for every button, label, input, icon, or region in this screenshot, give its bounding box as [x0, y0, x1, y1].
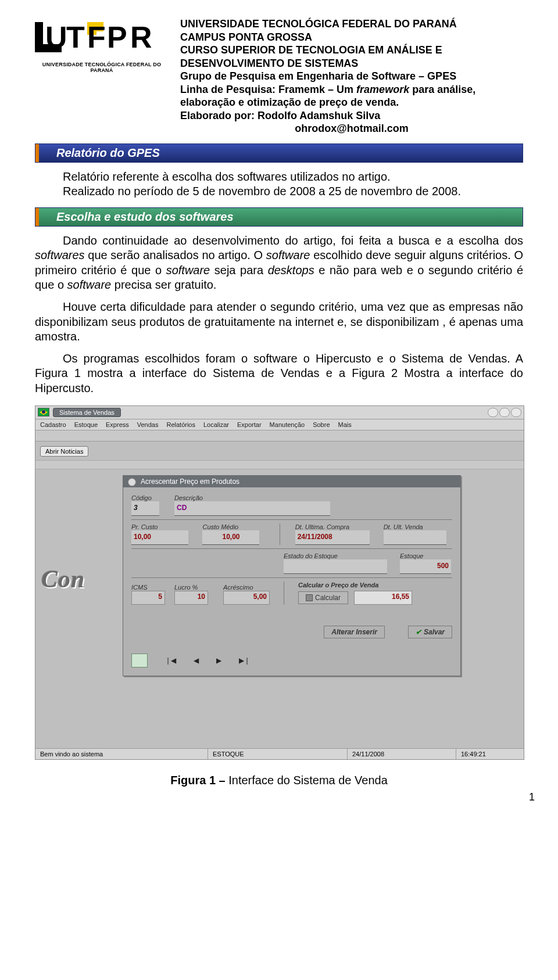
- header-email: ohrodox@hotmail.com: [180, 122, 523, 135]
- label-icms: ICMS: [131, 584, 166, 591]
- page-number: 1: [529, 791, 535, 803]
- client-area: Con Acrescentar Preço em Produtos Código…: [35, 469, 524, 748]
- menu-sobre[interactable]: Sobre: [313, 421, 330, 428]
- band-accent-2: [35, 208, 39, 226]
- p2h: desktops: [268, 264, 314, 277]
- label-descricao: Descrição: [174, 494, 452, 501]
- alterar-inserir-button[interactable]: Alterar Inserir: [324, 626, 385, 638]
- p2d: software: [266, 249, 310, 261]
- paragraph-criteria: Dando continuidade ao desenvolvimento do…: [35, 234, 523, 293]
- logo-caption: UNIVERSIDADE TECNOLÓGICA FEDERAL DO PARA…: [35, 62, 169, 73]
- salvar-button[interactable]: ✔Salvar: [408, 626, 452, 638]
- toolbar-strip: [35, 430, 524, 441]
- field-custo-medio: 10,00: [202, 530, 259, 545]
- paragraph-programs: Os programas escolhidos foram o software…: [35, 351, 523, 396]
- abrir-noticias-button[interactable]: Abrir Noticias: [40, 446, 88, 457]
- menu-manutencao[interactable]: Manutenção: [270, 421, 305, 428]
- svg-text:R: R: [130, 20, 152, 54]
- nav-prev-button[interactable]: ◀: [194, 656, 199, 665]
- field-acrescimo[interactable]: 5,00: [223, 591, 270, 605]
- utfpr-logo-icon: U T F P R: [35, 17, 169, 58]
- brazil-flag-icon: [38, 408, 49, 417]
- field-estoque: 500: [400, 559, 451, 574]
- intro-line-2: Realizado no período de 5 de novembro de…: [35, 184, 523, 199]
- label-dt-ult-venda: Dt. Ult. Venda: [384, 523, 452, 530]
- sistema-vendas-window: Sistema de Vendas Cadastro Estoque Expre…: [35, 405, 524, 760]
- menu-estoque[interactable]: Estoque: [74, 421, 98, 428]
- svg-text:F: F: [87, 20, 106, 54]
- label-acrescimo: Acréscimo: [223, 584, 276, 591]
- field-preco-venda: 16,55: [354, 591, 412, 605]
- band-escolha-label: Escolha e estudo dos softwares: [56, 210, 234, 223]
- status-date: 24/11/2008: [348, 749, 456, 759]
- field-descricao[interactable]: CD: [174, 501, 330, 516]
- nav-card-icon: [131, 654, 148, 667]
- menu-exportar[interactable]: Exportar: [237, 421, 262, 428]
- label-lucro: Lucro %: [174, 584, 215, 591]
- band-relatorio: Relatório do GPES: [35, 143, 523, 163]
- label-dt-ult-compra: Dt. Ultima. Compra: [295, 523, 375, 530]
- menu-vendas[interactable]: Vendas: [137, 421, 159, 428]
- intro-line-2-text: Realizado no período de 5 de novembro de…: [35, 184, 461, 199]
- field-dt-ult-venda: [384, 530, 446, 545]
- band-accent: [35, 144, 39, 162]
- calcular-button[interactable]: Calcular: [298, 591, 348, 604]
- band-relatorio-label: Relatório do GPES: [56, 146, 160, 159]
- label-custo-medio: Custo Médio: [202, 523, 271, 530]
- p2f: software: [166, 264, 210, 277]
- p2b: softwares: [35, 249, 85, 261]
- header-text-block: UNIVERSIDADE TECNOLÓGICA FEDERAL DO PARA…: [180, 17, 523, 135]
- menu-cadastro[interactable]: Cadastro: [40, 421, 66, 428]
- minimize-button[interactable]: [488, 408, 498, 417]
- nav-last-button[interactable]: ▶❘: [239, 656, 250, 665]
- salvar-label: Salvar: [424, 628, 445, 636]
- label-estado-estoque: Estado do Estoque: [284, 552, 388, 559]
- figure-caption: Figura 1 – Interface do Sistema de Venda: [35, 774, 523, 787]
- nav-first-button[interactable]: ❘◀: [165, 656, 176, 665]
- window-title: Sistema de Vendas: [53, 408, 121, 417]
- paragraph-difficulty: Houve certa dificuldade para atender o s…: [35, 300, 523, 344]
- label-estoque: Estoque: [400, 552, 452, 559]
- svg-text:P: P: [107, 20, 127, 54]
- status-module: ESTOQUE: [208, 749, 348, 759]
- dialog-icon: [128, 478, 136, 486]
- record-navigator: ❘◀ ◀ ▶ ▶❘: [131, 654, 452, 667]
- intro-line-1: Relatório referente à escolha dos softwa…: [35, 170, 523, 185]
- status-welcome: Bem vindo ao sistema: [35, 749, 208, 759]
- dialog-title-text: Acrescentar Preço em Produtos: [141, 478, 239, 486]
- menubar: Cadastro Estoque Express Vendas Relatóri…: [35, 419, 524, 430]
- header-line-6: Elaborado por: Rodolfo Adamshuk Silva: [180, 109, 523, 123]
- field-estado-estoque: [284, 559, 387, 574]
- menu-relatorios[interactable]: Relatórios: [166, 421, 195, 428]
- preco-dialog: Acrescentar Preço em Produtos Código 3 D…: [123, 475, 461, 676]
- menu-mais[interactable]: Mais: [338, 421, 352, 428]
- menu-localizar[interactable]: Localizar: [203, 421, 229, 428]
- svg-text:T: T: [66, 20, 85, 54]
- p2a: Dando continuidade ao desenvolvimento do…: [63, 234, 523, 247]
- field-icms[interactable]: 5: [131, 591, 165, 605]
- figure-caption-bold: Figura 1 –: [170, 774, 228, 787]
- p2c: que serão analisados no artigo. O: [85, 249, 266, 261]
- figure-caption-text: Interface do Sistema de Venda: [228, 774, 388, 787]
- field-pr-custo[interactable]: 10,00: [131, 530, 188, 545]
- field-lucro[interactable]: 10: [174, 591, 208, 605]
- check-icon: ✔: [416, 628, 421, 636]
- status-time: 16:49:21: [456, 749, 524, 759]
- background-brand-text: Con: [41, 565, 111, 593]
- header-line-2: CAMPUS PONTA GROSSA: [180, 31, 523, 44]
- menu-express[interactable]: Express: [106, 421, 129, 428]
- dialog-titlebar: Acrescentar Preço em Produtos: [123, 476, 460, 487]
- band-escolha: Escolha e estudo dos softwares: [35, 207, 523, 227]
- close-button[interactable]: [511, 408, 521, 417]
- nav-next-button[interactable]: ▶: [216, 656, 221, 665]
- calculator-icon: [306, 594, 313, 601]
- calcular-label: Calcular: [315, 594, 341, 602]
- svg-text:U: U: [45, 20, 67, 54]
- label-calcular-preco: Calcular o Preço de Venda: [298, 581, 452, 588]
- header-line-4: Grupo de Pesquisa em Engenharia de Softw…: [180, 70, 523, 83]
- header-line-5: Linha de Pesquisa: Framemk – Um framewor…: [180, 83, 523, 109]
- maximize-button[interactable]: [499, 408, 510, 417]
- field-codigo[interactable]: 3: [131, 501, 159, 516]
- titlebar: Sistema de Vendas: [35, 406, 524, 419]
- p2g: seja para: [210, 264, 267, 277]
